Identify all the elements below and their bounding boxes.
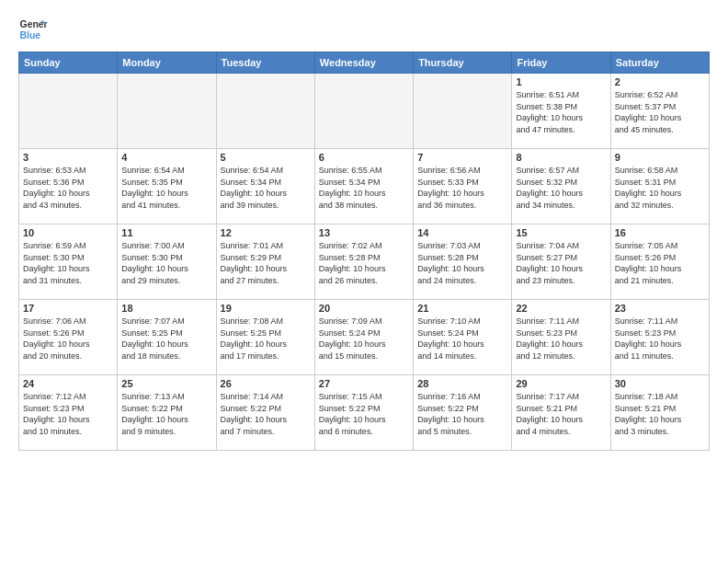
day-number: 22: [516, 303, 606, 314]
day-number: 1: [516, 76, 606, 87]
calendar-week-row: 3Sunrise: 6:53 AM Sunset: 5:36 PM Daylig…: [19, 149, 710, 224]
day-number: 25: [121, 378, 211, 389]
calendar-cell: 17Sunrise: 7:06 AM Sunset: 5:26 PM Dayli…: [19, 300, 118, 375]
day-info: Sunrise: 7:15 AM Sunset: 5:22 PM Dayligh…: [319, 391, 409, 437]
calendar-cell: [19, 74, 118, 149]
day-number: 3: [23, 152, 113, 163]
day-number: 17: [23, 303, 113, 314]
calendar-cell: 6Sunrise: 6:55 AM Sunset: 5:34 PM Daylig…: [314, 149, 413, 224]
day-info: Sunrise: 7:05 AM Sunset: 5:26 PM Dayligh…: [615, 240, 705, 286]
weekday-header: Thursday: [414, 52, 512, 74]
day-info: Sunrise: 6:53 AM Sunset: 5:36 PM Dayligh…: [23, 165, 113, 211]
day-number: 21: [417, 303, 507, 314]
weekday-header: Friday: [512, 52, 610, 74]
weekday-header: Tuesday: [216, 52, 314, 74]
calendar-cell: 12Sunrise: 7:01 AM Sunset: 5:29 PM Dayli…: [216, 224, 314, 300]
day-info: Sunrise: 7:13 AM Sunset: 5:22 PM Dayligh…: [121, 391, 211, 437]
day-info: Sunrise: 6:56 AM Sunset: 5:33 PM Dayligh…: [417, 165, 507, 211]
calendar-cell: 14Sunrise: 7:03 AM Sunset: 5:28 PM Dayli…: [414, 224, 512, 300]
day-info: Sunrise: 6:59 AM Sunset: 5:30 PM Dayligh…: [23, 240, 113, 286]
day-info: Sunrise: 7:09 AM Sunset: 5:24 PM Dayligh…: [319, 316, 409, 362]
day-info: Sunrise: 7:10 AM Sunset: 5:24 PM Dayligh…: [417, 316, 507, 362]
day-info: Sunrise: 6:55 AM Sunset: 5:34 PM Dayligh…: [319, 165, 409, 211]
day-number: 30: [615, 378, 705, 389]
calendar-week-row: 24Sunrise: 7:12 AM Sunset: 5:23 PM Dayli…: [19, 375, 710, 451]
svg-text:Blue: Blue: [20, 30, 41, 40]
day-info: Sunrise: 7:03 AM Sunset: 5:28 PM Dayligh…: [417, 240, 507, 286]
day-info: Sunrise: 7:11 AM Sunset: 5:23 PM Dayligh…: [615, 316, 705, 362]
day-number: 19: [221, 303, 311, 314]
day-number: 4: [121, 152, 211, 163]
day-number: 23: [615, 303, 705, 314]
calendar-cell: [118, 74, 216, 149]
day-number: 16: [615, 227, 705, 238]
day-number: 8: [516, 152, 606, 163]
day-info: Sunrise: 6:52 AM Sunset: 5:37 PM Dayligh…: [615, 89, 705, 135]
calendar-cell: 18Sunrise: 7:07 AM Sunset: 5:25 PM Dayli…: [118, 300, 216, 375]
day-number: 7: [417, 152, 507, 163]
day-info: Sunrise: 7:02 AM Sunset: 5:28 PM Dayligh…: [319, 240, 409, 286]
calendar-cell: 2Sunrise: 6:52 AM Sunset: 5:37 PM Daylig…: [610, 74, 709, 149]
calendar-cell: 26Sunrise: 7:14 AM Sunset: 5:22 PM Dayli…: [216, 375, 314, 451]
day-number: 15: [516, 227, 606, 238]
calendar-cell: 9Sunrise: 6:58 AM Sunset: 5:31 PM Daylig…: [610, 149, 709, 224]
calendar-cell: 7Sunrise: 6:56 AM Sunset: 5:33 PM Daylig…: [414, 149, 512, 224]
day-number: 11: [121, 227, 211, 238]
calendar-week-row: 1Sunrise: 6:51 AM Sunset: 5:38 PM Daylig…: [19, 74, 710, 149]
page: General Blue SundayMondayTuesdayWednesda…: [0, 0, 728, 563]
day-number: 14: [417, 227, 507, 238]
day-number: 24: [23, 378, 113, 389]
day-info: Sunrise: 7:04 AM Sunset: 5:27 PM Dayligh…: [516, 240, 606, 286]
calendar-cell: 20Sunrise: 7:09 AM Sunset: 5:24 PM Dayli…: [314, 300, 413, 375]
day-number: 20: [319, 303, 409, 314]
weekday-header: Monday: [118, 52, 216, 74]
calendar-cell: 19Sunrise: 7:08 AM Sunset: 5:25 PM Dayli…: [216, 300, 314, 375]
day-info: Sunrise: 7:16 AM Sunset: 5:22 PM Dayligh…: [417, 391, 507, 437]
day-info: Sunrise: 7:07 AM Sunset: 5:25 PM Dayligh…: [121, 316, 211, 362]
calendar-cell: 27Sunrise: 7:15 AM Sunset: 5:22 PM Dayli…: [314, 375, 413, 451]
calendar-cell: 16Sunrise: 7:05 AM Sunset: 5:26 PM Dayli…: [610, 224, 709, 300]
day-number: 27: [319, 378, 409, 389]
calendar-cell: 25Sunrise: 7:13 AM Sunset: 5:22 PM Dayli…: [118, 375, 216, 451]
day-info: Sunrise: 7:11 AM Sunset: 5:23 PM Dayligh…: [516, 316, 606, 362]
day-info: Sunrise: 7:18 AM Sunset: 5:21 PM Dayligh…: [615, 391, 705, 437]
day-info: Sunrise: 7:01 AM Sunset: 5:29 PM Dayligh…: [221, 240, 311, 286]
calendar-header-row: SundayMondayTuesdayWednesdayThursdayFrid…: [19, 52, 710, 74]
calendar-cell: 3Sunrise: 6:53 AM Sunset: 5:36 PM Daylig…: [19, 149, 118, 224]
logo: General Blue: [18, 15, 48, 44]
calendar-cell: 5Sunrise: 6:54 AM Sunset: 5:34 PM Daylig…: [216, 149, 314, 224]
calendar-week-row: 10Sunrise: 6:59 AM Sunset: 5:30 PM Dayli…: [19, 224, 710, 300]
calendar-cell: [216, 74, 314, 149]
calendar-week-row: 17Sunrise: 7:06 AM Sunset: 5:26 PM Dayli…: [19, 300, 710, 375]
calendar-cell: [314, 74, 413, 149]
day-info: Sunrise: 7:14 AM Sunset: 5:22 PM Dayligh…: [221, 391, 311, 437]
day-number: 2: [615, 76, 705, 87]
day-number: 28: [417, 378, 507, 389]
day-number: 6: [319, 152, 409, 163]
calendar-cell: 30Sunrise: 7:18 AM Sunset: 5:21 PM Dayli…: [610, 375, 709, 451]
weekday-header: Saturday: [610, 52, 709, 74]
calendar-cell: 13Sunrise: 7:02 AM Sunset: 5:28 PM Dayli…: [314, 224, 413, 300]
day-number: 13: [319, 227, 409, 238]
calendar-cell: 11Sunrise: 7:00 AM Sunset: 5:30 PM Dayli…: [118, 224, 216, 300]
day-number: 26: [221, 378, 311, 389]
weekday-header: Wednesday: [314, 52, 413, 74]
day-info: Sunrise: 7:08 AM Sunset: 5:25 PM Dayligh…: [221, 316, 311, 362]
day-info: Sunrise: 7:17 AM Sunset: 5:21 PM Dayligh…: [516, 391, 606, 437]
calendar-table: SundayMondayTuesdayWednesdayThursdayFrid…: [18, 52, 710, 451]
calendar-cell: 21Sunrise: 7:10 AM Sunset: 5:24 PM Dayli…: [414, 300, 512, 375]
day-number: 18: [121, 303, 211, 314]
day-info: Sunrise: 7:12 AM Sunset: 5:23 PM Dayligh…: [23, 391, 113, 437]
weekday-header: Sunday: [19, 52, 118, 74]
calendar-cell: 10Sunrise: 6:59 AM Sunset: 5:30 PM Dayli…: [19, 224, 118, 300]
calendar-cell: 28Sunrise: 7:16 AM Sunset: 5:22 PM Dayli…: [414, 375, 512, 451]
calendar-cell: 15Sunrise: 7:04 AM Sunset: 5:27 PM Dayli…: [512, 224, 610, 300]
day-number: 10: [23, 227, 113, 238]
day-info: Sunrise: 7:00 AM Sunset: 5:30 PM Dayligh…: [121, 240, 211, 286]
day-info: Sunrise: 6:51 AM Sunset: 5:38 PM Dayligh…: [516, 89, 606, 135]
calendar-cell: 8Sunrise: 6:57 AM Sunset: 5:32 PM Daylig…: [512, 149, 610, 224]
day-number: 29: [516, 378, 606, 389]
logo-icon: General Blue: [18, 15, 48, 44]
header: General Blue: [18, 15, 710, 44]
calendar-cell: 1Sunrise: 6:51 AM Sunset: 5:38 PM Daylig…: [512, 74, 610, 149]
